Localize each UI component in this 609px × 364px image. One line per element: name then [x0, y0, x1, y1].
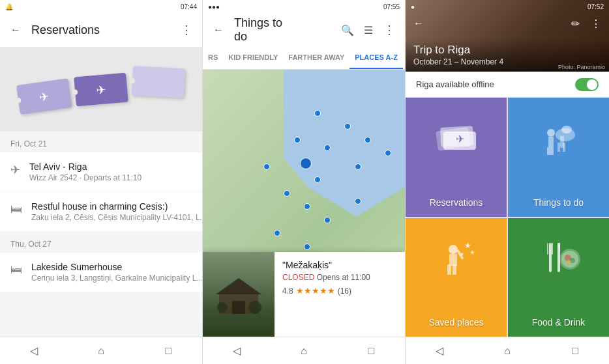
- offline-label: Riga available offline: [416, 79, 575, 89]
- more-button-1[interactable]: ⋮: [176, 20, 197, 40]
- ticket-1: ✈: [74, 72, 128, 106]
- svg-rect-2: [232, 301, 245, 314]
- ticket-2: [132, 66, 185, 98]
- bottom-nav-1: ◁ ⌂ □: [0, 337, 202, 364]
- back-button[interactable]: ←: [5, 20, 26, 40]
- nav-home-1[interactable]: ⌂: [88, 338, 114, 364]
- rating-number: 4.8: [282, 287, 293, 296]
- signal-icon: ●●●: [208, 3, 220, 10]
- svg-text:★: ★: [469, 249, 475, 256]
- map-pin-7: [314, 176, 321, 183]
- hotel-2-title: Lakeside Sumerhouse: [31, 262, 202, 272]
- rating-reviews: (16): [338, 287, 351, 296]
- things-to-do-panel: ●●● 07:55 ← Things to do 🔍 ☰ ⋮ RS KID FR…: [203, 0, 406, 364]
- saved-places-card-icon: ★ ★ ★: [406, 218, 507, 301]
- offline-toggle[interactable]: [575, 78, 599, 91]
- place-opens-time: Opens at 11:00: [317, 273, 370, 282]
- saved-card[interactable]: ★ ★ ★ Saved places: [406, 218, 507, 337]
- nav-home-2[interactable]: ⌂: [291, 338, 317, 364]
- svg-rect-28: [552, 243, 553, 255]
- map-pin-11: [324, 217, 331, 223]
- filter-tab-farther[interactable]: FARTHER AWAY: [283, 47, 349, 69]
- nav-home-3[interactable]: ⌂: [494, 338, 520, 364]
- trip-panel: ● 07:52 ← ✏ ⋮ Trip to Riga October 21 – …: [406, 0, 609, 364]
- reservation-item-hotel-2[interactable]: 🛏 Lakeside Sumerhouse Ceriņu iela 3, Lan…: [0, 253, 202, 292]
- toggle-knob: [587, 79, 597, 90]
- hero-edit-button[interactable]: ✏: [565, 13, 586, 34]
- date-header-2: Thu, Oct 27: [0, 232, 202, 253]
- status-bar-2: ●●● 07:55: [203, 0, 405, 13]
- map-pin-15: [304, 244, 310, 250]
- place-card-info: "Mežakaķis" CLOSED Opens at 11:00 4.8 ★★…: [275, 252, 405, 337]
- nav-back-2[interactable]: ◁: [224, 338, 250, 364]
- nav-back-3[interactable]: ◁: [426, 338, 453, 364]
- food-card-label: Food & Drink: [532, 317, 586, 328]
- trip-hero: ● 07:52 ← ✏ ⋮ Trip to Riga October 21 – …: [406, 0, 609, 72]
- svg-rect-27: [547, 243, 548, 255]
- svg-rect-17: [550, 147, 554, 155]
- things-to-do-card-icon: [508, 98, 609, 181]
- time-3: 07:52: [587, 3, 604, 10]
- map-pin-13: [263, 163, 270, 170]
- bottom-nav-2: ◁ ⌂ □: [203, 337, 405, 364]
- status-left-icons: 🔔: [5, 3, 13, 10]
- filter-tabs: RS KID FRIENDLY FARTHER AWAY PLACES A-Z: [203, 47, 405, 70]
- svg-point-4: [248, 301, 261, 314]
- map-pin-9: [284, 190, 290, 197]
- place-status: CLOSED Opens at 11:00: [282, 273, 397, 282]
- rating-stars: ★★★★★: [296, 286, 335, 296]
- bed-icon-2: 🛏: [10, 263, 22, 277]
- reservations-card[interactable]: ✈ Reservations: [406, 98, 507, 217]
- search-button[interactable]: 🔍: [337, 20, 358, 40]
- trip-grid: ✈ Reservations: [406, 98, 609, 337]
- filter-tab-rs[interactable]: RS: [203, 47, 223, 69]
- svg-point-11: [561, 126, 572, 133]
- more-button-2[interactable]: ⋮: [379, 20, 400, 40]
- reservation-item-flight[interactable]: ✈ Tel Aviv - Riga Wizz Air 2542 · Depart…: [0, 152, 202, 191]
- hero-back-button[interactable]: ←: [408, 13, 429, 34]
- status-left-3: ●: [411, 3, 415, 10]
- hotel-2-content: Lakeside Sumerhouse Ceriņu iela 3, Langs…: [31, 262, 202, 283]
- food-drink-card-icon: [508, 218, 609, 301]
- saved-card-label: Saved places: [428, 317, 483, 328]
- reservations-title: Reservations: [26, 23, 176, 37]
- food-card[interactable]: Food & Drink: [508, 218, 609, 337]
- list-button[interactable]: ☰: [358, 20, 379, 40]
- hero-more-button[interactable]: ⋮: [586, 13, 606, 34]
- trip-title: Trip to Riga: [413, 44, 601, 57]
- map-pin-4: [385, 150, 391, 156]
- map-area[interactable]: "Mežakaķis" CLOSED Opens at 11:00 4.8 ★★…: [203, 70, 405, 337]
- place-card[interactable]: "Mežakaķis" CLOSED Opens at 11:00 4.8 ★★…: [203, 252, 405, 337]
- status-bar-3: ● 07:52: [406, 0, 609, 13]
- date-header-1: Fri, Oct 21: [0, 132, 202, 152]
- hotel-1-content: Restful house in charming Cesis:) Zaku i…: [31, 201, 202, 222]
- place-closed: CLOSED: [282, 273, 314, 282]
- back-button-2[interactable]: ←: [208, 20, 229, 40]
- svg-text:✈: ✈: [455, 133, 464, 145]
- nav-back-1[interactable]: ◁: [21, 338, 47, 364]
- map-pin-10: [304, 203, 310, 210]
- place-rating: 4.8 ★★★★★ (16): [282, 286, 397, 296]
- svg-rect-13: [563, 143, 565, 152]
- hotel-2-subtitle: Ceriņu iela 3, Langstiņi, Garkalne Munic…: [31, 273, 202, 283]
- map-pin-14: [274, 230, 280, 236]
- hotel-1-title: Restful house in charming Cesis:): [31, 201, 202, 212]
- reservation-item-hotel-1[interactable]: 🛏 Restful house in charming Cesis:) Zaku…: [0, 192, 202, 231]
- svg-rect-20: [447, 264, 451, 275]
- nav-recent-3[interactable]: □: [562, 338, 588, 364]
- svg-rect-16: [547, 147, 550, 155]
- flight-title: Tel Aviv - Riga: [29, 161, 192, 172]
- time-2: 07:55: [383, 3, 400, 10]
- filter-tab-places[interactable]: PLACES A-Z: [349, 47, 403, 69]
- wifi-icon: ●: [411, 3, 415, 10]
- svg-point-35: [567, 260, 571, 264]
- things-card[interactable]: Things to do: [508, 98, 609, 217]
- notification-icon: 🔔: [5, 3, 13, 10]
- nav-recent-2[interactable]: □: [358, 338, 384, 364]
- filter-tab-kid[interactable]: KID FRIENDLY: [223, 47, 283, 69]
- flight-subtitle: Wizz Air 2542 · Departs at 11:10: [29, 173, 192, 182]
- svg-rect-19: [449, 254, 457, 266]
- nav-recent-1[interactable]: □: [155, 338, 181, 364]
- reservations-card-icon: ✈: [406, 98, 507, 181]
- svg-rect-15: [548, 137, 554, 147]
